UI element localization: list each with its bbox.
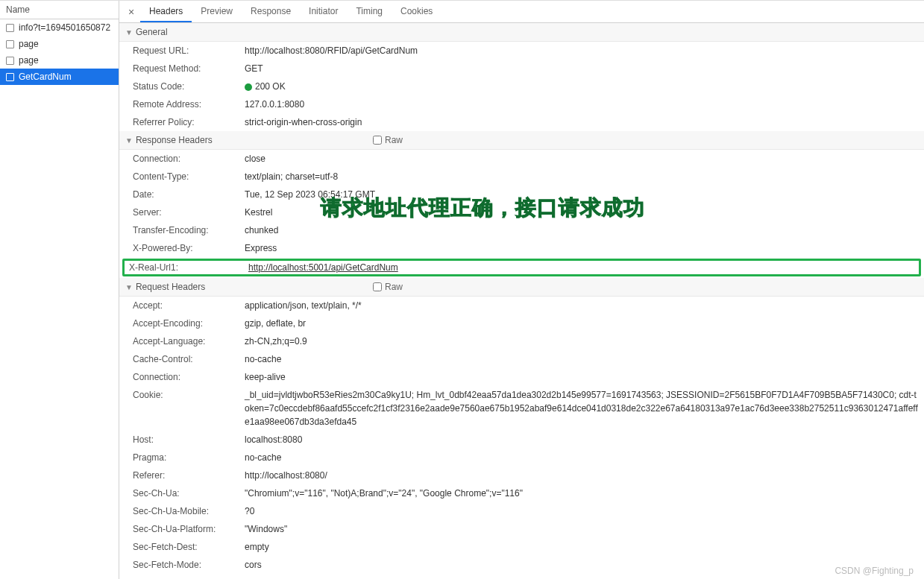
header-row: Accept-Language:zh-CN,zh;q=0.9	[119, 332, 924, 350]
header-value: application/json, text/plain, */*	[245, 299, 918, 312]
header-row: Sec-Fetch-Site:same-origin	[119, 574, 924, 579]
header-key: Accept-Language:	[133, 335, 245, 348]
header-key: Pragma:	[133, 451, 245, 464]
close-icon[interactable]: ×	[122, 6, 140, 18]
header-key: Remote Address:	[133, 98, 245, 111]
tab-response[interactable]: Response	[242, 1, 300, 22]
header-key: X-Powered-By:	[133, 241, 245, 255]
document-icon	[6, 73, 14, 81]
tab-initiator[interactable]: Initiator	[300, 1, 347, 22]
header-row: Transfer-Encoding:chunked	[119, 221, 924, 239]
header-row: Sec-Fetch-Mode:cors	[119, 556, 924, 574]
header-key: Sec-Ch-Ua:	[133, 487, 245, 500]
disclosure-triangle-icon: ▼	[125, 136, 133, 145]
content-scroll[interactable]: ▼ General Request URL:http://localhost:8…	[119, 23, 924, 579]
header-key: Host:	[133, 433, 245, 446]
header-value: no-cache	[245, 451, 918, 464]
document-icon	[6, 24, 14, 32]
header-row: Sec-Ch-Ua-Mobile:?0	[119, 502, 924, 520]
header-value: localhost:8080	[245, 433, 918, 446]
main-panel: × HeadersPreviewResponseInitiatorTimingC…	[119, 1, 924, 579]
request-label: info?t=1694501650872	[19, 22, 110, 33]
document-icon	[6, 40, 14, 48]
header-row: Pragma:no-cache	[119, 449, 924, 466]
header-key: Server:	[133, 206, 245, 219]
header-key: Date:	[133, 188, 245, 201]
header-key: Cache-Control:	[133, 352, 245, 366]
header-value: gzip, deflate, br	[245, 317, 918, 330]
header-key: Sec-Fetch-Site:	[133, 576, 245, 579]
highlighted-header-row: X-Real-Url1: http://localhost:5001/api/G…	[122, 259, 921, 276]
header-key: Referrer Policy:	[133, 116, 245, 129]
header-value: "Chromium";v="116", "Not)A;Brand";v="24"…	[245, 487, 918, 500]
header-value: close	[245, 152, 918, 165]
header-value: 127.0.0.1:8080	[245, 98, 918, 111]
header-row: Accept:application/json, text/plain, */*	[119, 297, 924, 314]
header-value: ?0	[245, 504, 918, 518]
header-value: 200 OK	[245, 80, 918, 93]
request-row[interactable]: GetCardNum	[0, 69, 119, 85]
watermark: CSDN @Fighting_p	[835, 566, 914, 576]
tab-headers[interactable]: Headers	[140, 1, 192, 22]
request-row[interactable]: info?t=1694501650872	[0, 19, 119, 36]
status-dot-icon	[245, 83, 252, 91]
header-key: Connection:	[133, 152, 245, 165]
request-row[interactable]: page	[0, 36, 119, 52]
document-icon	[6, 57, 14, 65]
header-value: keep-alive	[245, 370, 918, 384]
header-row: Status Code:200 OK	[119, 77, 924, 95]
header-row: Sec-Fetch-Dest:empty	[119, 538, 924, 556]
tab-cookies[interactable]: Cookies	[392, 1, 441, 22]
header-key: Request URL:	[133, 44, 245, 57]
section-title: General	[136, 27, 168, 37]
tabs-bar: × HeadersPreviewResponseInitiatorTimingC…	[119, 1, 924, 23]
header-key: Sec-Fetch-Dest:	[133, 540, 245, 554]
request-list-sidebar: Name info?t=1694501650872pagepageGetCard…	[0, 1, 119, 579]
header-value: text/plain; charset=utf-8	[245, 170, 918, 183]
header-key: Cookie:	[133, 388, 245, 428]
header-value: http://localhost:8080/RFID/api/GetCardNu…	[245, 44, 918, 57]
section-title: Request Headers	[136, 282, 205, 292]
header-value: empty	[245, 540, 918, 554]
header-row: Accept-Encoding:gzip, deflate, br	[119, 314, 924, 332]
section-response-header[interactable]: ▼ Response Headers Raw	[119, 131, 924, 150]
section-request-header[interactable]: ▼ Request Headers Raw	[119, 278, 924, 297]
sidebar-header: Name	[0, 1, 119, 19]
raw-checkbox[interactable]	[373, 136, 382, 145]
header-row: Content-Type:text/plain; charset=utf-8	[119, 168, 924, 186]
annotation-text: 请求地址代理正确，接口请求成功	[321, 194, 645, 222]
header-key: Sec-Ch-Ua-Mobile:	[133, 504, 245, 518]
header-value: "Windows"	[245, 522, 918, 536]
header-key: Referer:	[133, 469, 245, 482]
header-key: Request Method:	[133, 62, 245, 75]
header-row: Connection:close	[119, 150, 924, 168]
header-row: Request Method:GET	[119, 60, 924, 77]
header-row: Referrer Policy:strict-origin-when-cross…	[119, 113, 924, 131]
header-key: Connection:	[133, 370, 245, 384]
header-row: X-Powered-By:Express	[119, 239, 924, 257]
header-key: Sec-Fetch-Mode:	[133, 558, 245, 572]
raw-toggle[interactable]: Raw	[373, 135, 403, 145]
header-value: same-origin	[245, 576, 918, 579]
header-row: Sec-Ch-Ua:"Chromium";v="116", "Not)A;Bra…	[119, 484, 924, 502]
header-value: no-cache	[245, 352, 918, 366]
header-row: Referer:http://localhost:8080/	[119, 466, 924, 484]
tab-preview[interactable]: Preview	[192, 1, 242, 22]
header-value: chunked	[245, 224, 918, 237]
request-row[interactable]: page	[0, 52, 119, 69]
header-value: _bl_uid=jvldtjwboR53eRies2m30Ca9ky1U; Hm…	[245, 388, 918, 428]
header-key: Content-Type:	[133, 170, 245, 183]
tab-timing[interactable]: Timing	[347, 1, 392, 22]
header-value: zh-CN,zh;q=0.9	[245, 335, 918, 348]
header-key: Sec-Ch-Ua-Platform:	[133, 522, 245, 536]
disclosure-triangle-icon: ▼	[125, 283, 133, 291]
header-value: Express	[245, 241, 918, 255]
raw-toggle[interactable]: Raw	[373, 282, 403, 292]
section-general-header[interactable]: ▼ General	[119, 23, 924, 42]
header-key: Status Code:	[133, 80, 245, 93]
disclosure-triangle-icon: ▼	[125, 28, 133, 37]
header-row: Cookie:_bl_uid=jvldtjwboR53eRies2m30Ca9k…	[119, 386, 924, 431]
raw-checkbox[interactable]	[373, 282, 382, 291]
header-value: http://localhost:5001/api/GetCardNum	[248, 262, 914, 273]
header-key: Transfer-Encoding:	[133, 224, 245, 237]
